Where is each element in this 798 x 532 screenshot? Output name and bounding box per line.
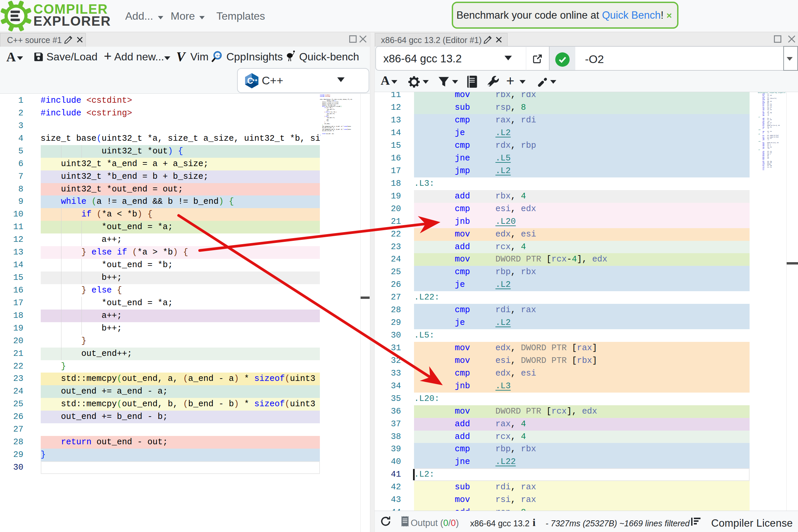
svg-text:C: C (247, 76, 253, 86)
svg-text:++: ++ (216, 53, 221, 58)
